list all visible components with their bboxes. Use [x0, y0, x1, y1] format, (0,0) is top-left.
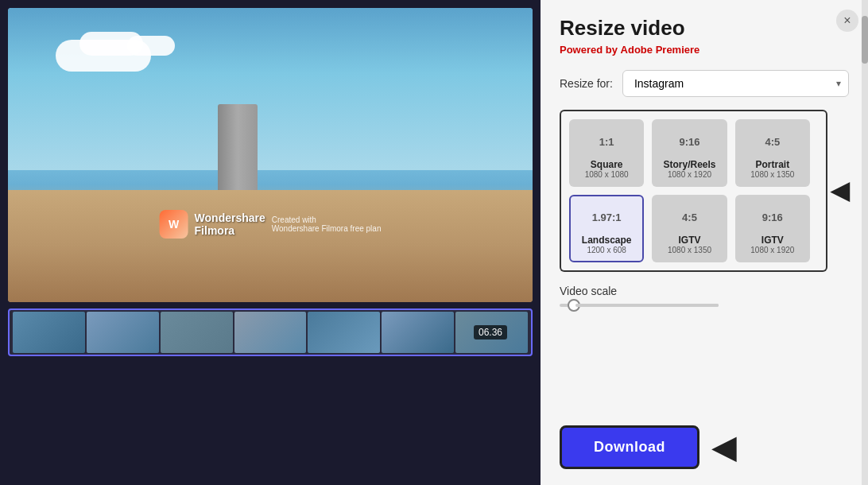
timeline-thumbnail — [308, 312, 380, 353]
panel-subtitle: Powered by Adobe Premiere — [560, 44, 849, 56]
formats-grid: 1:1 Square 1080 x 1080 9:16 Story/Reels … — [569, 119, 810, 262]
download-button[interactable]: Download — [560, 425, 699, 469]
format-ratio: 9:16 — [762, 203, 783, 231]
cloud — [127, 36, 175, 56]
format-dims: 1080 x 1920 — [668, 170, 711, 179]
format-card-portrait[interactable]: 4:5 Portrait 1080 x 1350 — [735, 119, 810, 187]
format-name: Square — [591, 159, 623, 170]
format-ratio: 9:16 — [679, 127, 699, 156]
video-clouds — [56, 32, 215, 95]
format-card-square[interactable]: 1:1 Square 1080 x 1080 — [569, 119, 644, 187]
format-card-story-reels[interactable]: 9:16 Story/Reels 1080 x 1920 — [652, 119, 727, 187]
arrow-left-icon: ◀ — [712, 430, 735, 465]
format-name: Landscape — [582, 235, 632, 246]
format-card-landscape[interactable]: 1.97:1 Landscape 1200 x 608 — [569, 195, 644, 262]
resize-for-label: Resize for: — [560, 77, 613, 90]
video-ground — [8, 190, 533, 302]
watermark-text: WondershareFilmora — [195, 211, 265, 237]
resize-for-select[interactable]: Instagram YouTube Twitter Facebook TikTo… — [622, 70, 849, 97]
timeline-timecode: 06.36 — [474, 325, 507, 340]
format-name: IGTV — [761, 235, 784, 246]
format-name: Story/Reels — [663, 159, 715, 170]
format-dims: 1080 x 1080 — [585, 170, 629, 179]
watermark: W WondershareFilmora Created withWonders… — [160, 210, 382, 239]
format-dims: 1080 x 1920 — [750, 246, 794, 254]
timeline-thumbnail — [382, 312, 454, 353]
format-card-igtv-2[interactable]: 9:16 IGTV 1080 x 1920 — [735, 195, 810, 262]
watermark-title: WondershareFilmora — [195, 211, 265, 237]
close-button[interactable]: × — [836, 10, 858, 32]
timeline: 06.36 — [8, 308, 533, 356]
scale-slider[interactable] — [560, 304, 719, 307]
format-ratio: 1.97:1 — [592, 203, 622, 231]
format-ratio: 4:5 — [682, 203, 697, 231]
left-panel: W WondershareFilmora Created withWonders… — [0, 0, 541, 485]
format-dims: 1200 x 608 — [587, 246, 626, 254]
timeline-thumbnail — [234, 312, 307, 353]
right-panel: × Resize video Powered by Adobe Premiere… — [541, 0, 868, 485]
timeline-thumbnail — [161, 312, 233, 353]
scrollbar[interactable] — [862, 0, 868, 485]
bracket-right — [818, 110, 827, 272]
format-name: IGTV — [678, 235, 700, 246]
formats-container: 1:1 Square 1080 x 1080 9:16 Story/Reels … — [560, 110, 849, 272]
download-row: Download ◀ — [560, 425, 849, 469]
video-preview: W WondershareFilmora Created withWonders… — [8, 8, 533, 302]
watermark-logo: W — [160, 210, 188, 239]
scale-slider-row — [560, 304, 849, 307]
format-card-igtv-1[interactable]: 4:5 IGTV 1080 x 1350 — [652, 195, 727, 262]
format-name: Portrait — [755, 159, 789, 170]
format-dims: 1080 x 1350 — [668, 246, 711, 254]
format-ratio: 4:5 — [765, 127, 780, 156]
resize-for-row: Resize for: Instagram YouTube Twitter Fa… — [560, 70, 849, 97]
format-dims: 1080 x 1350 — [750, 170, 794, 179]
resize-for-select-wrapper: Instagram YouTube Twitter Facebook TikTo… — [622, 70, 849, 97]
panel-title: Resize video — [560, 16, 849, 41]
timeline-thumbnail — [87, 312, 159, 353]
arrow-right-icon: ◀ — [831, 179, 849, 203]
format-ratio: 1:1 — [599, 127, 614, 156]
watermark-created: Created withWondershare Filmora free pla… — [272, 215, 382, 233]
video-scale-label: Video scale — [560, 285, 849, 297]
scrollbar-thumb[interactable] — [862, 16, 868, 64]
video-structure — [218, 104, 258, 200]
timeline-thumbnail — [13, 312, 85, 353]
